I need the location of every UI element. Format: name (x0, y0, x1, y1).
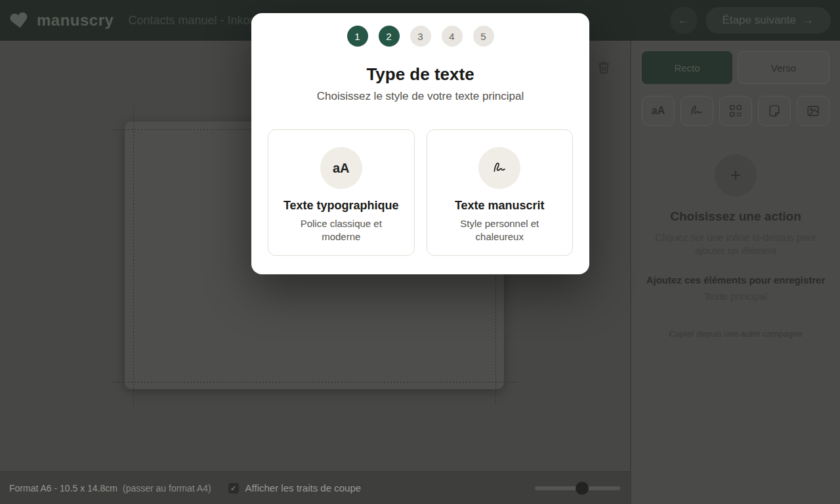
modal-title: Type de texte (251, 64, 589, 85)
option-typographic-text[interactable]: aA Texte typographique Police classique … (268, 129, 415, 256)
step-3[interactable]: 3 (410, 26, 431, 47)
text-type-options: aA Texte typographique Police classique … (268, 129, 573, 256)
option-subtitle: Style personnel et chaleureux (440, 217, 558, 243)
typography-icon: aA (320, 147, 362, 189)
step-1-label: 1 (354, 31, 360, 42)
option-subtitle: Police classique et moderne (282, 217, 400, 243)
app-window: manuscry Contacts manuel - Inkor ← Étape… (0, 0, 840, 504)
option-handwritten-text[interactable]: Texte manuscrit Style personnel et chale… (427, 129, 574, 256)
option-title: Texte manuscrit (427, 198, 573, 213)
step-2-label: 2 (386, 31, 391, 42)
step-3-label: 3 (417, 31, 423, 42)
step-4-label: 4 (449, 31, 454, 42)
step-5[interactable]: 5 (473, 26, 494, 47)
modal-subtitle: Choisissez le style de votre texte princ… (251, 89, 589, 104)
step-5-label: 5 (480, 31, 486, 42)
wizard-stepper: 1 2 3 4 5 (251, 13, 589, 47)
step-4[interactable]: 4 (442, 26, 463, 47)
text-type-modal: 1 2 3 4 5 Type de texte Choisissez le st… (251, 13, 589, 274)
handwriting-icon (478, 147, 520, 189)
step-1[interactable]: 1 (347, 26, 368, 47)
step-2[interactable]: 2 (379, 26, 400, 47)
option-title: Texte typographique (268, 198, 414, 213)
typography-glyph: aA (333, 161, 350, 176)
